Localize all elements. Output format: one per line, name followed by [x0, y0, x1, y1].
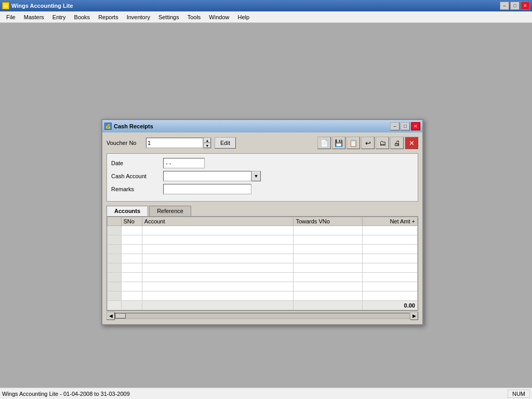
netamt-cell[interactable]: [362, 282, 417, 291]
towards-cell[interactable]: [294, 263, 363, 273]
date-input[interactable]: [163, 158, 205, 168]
accounts-table: SNo Account Towards VNo Net Amt +: [107, 217, 418, 310]
menu-settings[interactable]: Settings: [154, 13, 183, 21]
save-btn[interactable]: 💾: [332, 137, 345, 149]
netamt-label: Net Amt +: [390, 218, 415, 224]
scroll-track[interactable]: [115, 313, 410, 319]
spin-up-btn[interactable]: ▲: [204, 138, 211, 143]
col-rownum: [108, 217, 122, 226]
cash-account-input[interactable]: [163, 171, 251, 181]
menu-help[interactable]: Help: [233, 13, 254, 21]
tab-header: Accounts Reference: [107, 206, 418, 216]
toolbar-buttons: 📄 💾 📋 ↩ 🗂 🖨 ✕: [317, 137, 418, 149]
account-cell[interactable]: [142, 263, 294, 273]
row-num-cell: [108, 235, 122, 245]
table-footer-row: 0.00: [108, 301, 418, 310]
netamt-cell[interactable]: [362, 273, 417, 282]
netamt-cell[interactable]: [362, 226, 417, 235]
menu-window[interactable]: Window: [205, 13, 233, 21]
towards-cell[interactable]: [294, 282, 363, 291]
print-btn[interactable]: 🖨: [390, 137, 404, 149]
remarks-input[interactable]: [163, 184, 251, 194]
menu-masters[interactable]: Masters: [20, 13, 48, 21]
account-cell[interactable]: [142, 273, 294, 282]
account-cell[interactable]: [142, 235, 294, 245]
sno-cell[interactable]: [121, 263, 142, 273]
remarks-label: Remarks: [111, 186, 163, 192]
dialog-minimize-btn[interactable]: –: [390, 122, 400, 130]
menu-reports[interactable]: Reports: [94, 13, 123, 21]
sno-cell[interactable]: [121, 254, 142, 263]
netamt-cell[interactable]: [362, 245, 417, 254]
scroll-right-btn[interactable]: ▶: [410, 312, 418, 320]
minimize-btn[interactable]: –: [500, 2, 509, 10]
undo-btn[interactable]: ↩: [361, 137, 375, 149]
table-row: [108, 235, 418, 245]
account-cell[interactable]: [142, 245, 294, 254]
sno-cell[interactable]: [121, 235, 142, 245]
account-cell[interactable]: [142, 282, 294, 291]
menu-bar: File Masters Entry Books Reports Invento…: [0, 11, 532, 23]
netamt-cell[interactable]: [362, 235, 417, 245]
sno-cell[interactable]: [121, 282, 142, 291]
account-cell[interactable]: [142, 226, 294, 235]
maximize-btn[interactable]: □: [510, 2, 520, 10]
sno-cell[interactable]: [121, 291, 142, 301]
voucher-spinner: ▲ ▼: [203, 137, 211, 149]
scroll-left-btn[interactable]: ◀: [107, 312, 115, 320]
delete-btn[interactable]: 🗂: [376, 137, 389, 149]
date-label: Date: [111, 160, 163, 166]
dialog-controls: – □ ✕: [390, 122, 420, 130]
row-num-cell: [108, 273, 122, 282]
menu-tools[interactable]: Tools: [183, 13, 205, 21]
table-row: [108, 282, 418, 291]
close-btn[interactable]: ✕: [521, 2, 530, 10]
row-num-cell: [108, 291, 122, 301]
dialog-content: Voucher No ▲ ▼ Edit 📄 💾 📋 ↩ 🗂 🖨: [102, 132, 422, 324]
menu-file[interactable]: File: [2, 13, 20, 21]
copy-btn[interactable]: 📋: [347, 137, 360, 149]
voucher-input[interactable]: [146, 138, 203, 148]
dialog-title-left: 💰 Cash Receipts: [104, 123, 153, 130]
towards-cell[interactable]: [294, 245, 363, 254]
sno-cell[interactable]: [121, 273, 142, 282]
account-cell[interactable]: [142, 291, 294, 301]
menu-entry[interactable]: Entry: [48, 13, 70, 21]
date-row: Date: [111, 158, 414, 168]
table-row: [108, 291, 418, 301]
account-cell[interactable]: [142, 254, 294, 263]
scroll-thumb[interactable]: [115, 313, 126, 318]
tab-reference[interactable]: Reference: [149, 206, 191, 216]
dialog-maximize-btn[interactable]: □: [401, 122, 410, 130]
netamt-cell[interactable]: [362, 254, 417, 263]
menu-inventory[interactable]: Inventory: [123, 13, 154, 21]
towards-cell[interactable]: [294, 235, 363, 245]
table-row: [108, 254, 418, 263]
app-title: Wings Accounting Lite: [11, 3, 73, 9]
cash-account-dropdown-btn[interactable]: ▼: [251, 171, 261, 181]
tab-accounts[interactable]: Accounts: [107, 206, 148, 216]
footer-sno: [121, 301, 142, 310]
form-section: Date Cash Account ▼ Remarks: [107, 153, 418, 202]
edit-button[interactable]: Edit: [215, 137, 236, 149]
cash-receipts-dialog: 💰 Cash Receipts – □ ✕ Voucher No ▲ ▼: [101, 119, 423, 325]
towards-cell[interactable]: [294, 291, 363, 301]
cash-account-row: Cash Account ▼: [111, 171, 414, 181]
exit-btn[interactable]: ✕: [405, 137, 418, 149]
towards-cell[interactable]: [294, 226, 363, 235]
netamt-cell[interactable]: [362, 291, 417, 301]
menu-books[interactable]: Books: [70, 13, 95, 21]
dialog-icon: 💰: [104, 123, 112, 130]
dialog-close-btn[interactable]: ✕: [411, 122, 420, 130]
dialog-title-bar: 💰 Cash Receipts – □ ✕: [102, 120, 422, 132]
towards-cell[interactable]: [294, 273, 363, 282]
spin-down-btn[interactable]: ▼: [204, 143, 211, 148]
netamt-cell[interactable]: [362, 263, 417, 273]
sno-cell[interactable]: [121, 226, 142, 235]
footer-towards: [294, 301, 363, 310]
new-btn[interactable]: 📄: [317, 137, 331, 149]
towards-cell[interactable]: [294, 254, 363, 263]
sno-cell[interactable]: [121, 245, 142, 254]
voucher-label: Voucher No: [107, 140, 143, 146]
workspace: 💰 Cash Receipts – □ ✕ Voucher No ▲ ▼: [0, 23, 532, 388]
